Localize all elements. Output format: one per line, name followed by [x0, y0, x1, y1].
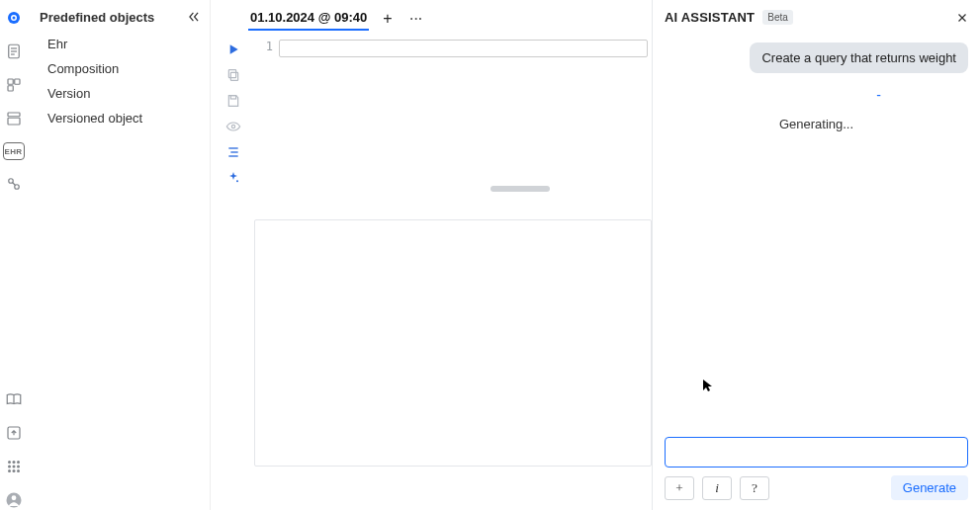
ehr-icon[interactable]: EHR [3, 142, 25, 160]
upload-icon[interactable] [4, 423, 24, 443]
svg-point-19 [17, 461, 20, 464]
chat-area: Create a query that returns weight - Gen… [665, 25, 968, 437]
doc-icon[interactable] [4, 42, 24, 61]
svg-rect-8 [14, 79, 19, 84]
query-icon[interactable] [4, 174, 24, 194]
svg-point-17 [8, 461, 11, 464]
generate-button[interactable]: Generate [891, 475, 968, 500]
help-icon: ? [752, 480, 757, 496]
logo-icon[interactable] [4, 8, 24, 28]
generating-status: Generating... [779, 117, 853, 131]
tab-active[interactable]: 01.10.2024 @ 09:40 [248, 8, 369, 31]
run-button[interactable] [223, 40, 244, 59]
visibility-button[interactable] [223, 117, 244, 136]
sidebar-item-version[interactable]: Version [40, 81, 204, 106]
svg-point-25 [17, 469, 20, 472]
svg-point-31 [231, 125, 234, 128]
assistant-header: AI ASSISTANT Beta [665, 10, 968, 25]
user-icon[interactable] [4, 490, 24, 510]
generate-label: Generate [903, 480, 956, 495]
beta-badge: Beta [762, 10, 793, 25]
line-number: 1 [249, 40, 273, 53]
scroll-thumb[interactable] [490, 186, 550, 192]
svg-point-22 [17, 466, 20, 468]
sidebar-title: Predefined objects [40, 10, 154, 25]
svg-rect-30 [230, 96, 235, 99]
assistant-info-button[interactable]: i [702, 476, 732, 500]
svg-point-23 [8, 469, 11, 472]
svg-rect-29 [228, 70, 235, 78]
save-button[interactable] [223, 91, 244, 111]
main-area: 01.10.2024 @ 09:40 + ··· [210, 0, 652, 510]
code-line[interactable] [279, 40, 648, 57]
tab-menu-button[interactable]: ··· [406, 8, 427, 30]
mouse-cursor-icon [702, 379, 714, 395]
svg-point-35 [236, 180, 238, 182]
svg-rect-28 [230, 72, 237, 80]
user-message: Create a query that returns weight [750, 42, 968, 73]
assistant-input[interactable] [665, 437, 968, 468]
tab-label: 01.10.2024 @ 09:40 [250, 10, 367, 25]
plus-icon: + [675, 480, 683, 496]
assistant-panel: AI ASSISTANT Beta Create a query that re… [652, 0, 980, 510]
svg-point-27 [11, 495, 16, 500]
editor-toolbar [219, 34, 248, 192]
collapse-sidebar-button[interactable] [184, 8, 204, 26]
ai-sparkle-button[interactable] [223, 168, 244, 188]
apps-icon[interactable] [4, 457, 24, 476]
sidebar-item-versioned-object[interactable]: Versioned object [40, 106, 204, 130]
assistant-toolbar: + i ? Generate [665, 475, 968, 500]
svg-point-24 [12, 469, 15, 472]
sidebar-item-label: Ehr [47, 37, 67, 51]
assistant-help-button[interactable]: ? [740, 476, 769, 500]
app-root: EHR Predefined objects Ehr Composition V… [0, 0, 980, 510]
assistant-add-button[interactable]: + [665, 476, 694, 500]
svg-rect-9 [8, 86, 13, 91]
sidebar: Predefined objects Ehr Composition Versi… [28, 0, 210, 510]
copy-button[interactable] [223, 65, 244, 85]
assistant-typing-indicator: - [876, 87, 881, 103]
results-panel [254, 219, 652, 467]
sidebar-header: Predefined objects [40, 8, 204, 26]
svg-point-21 [12, 466, 15, 468]
code-area[interactable]: 1 [248, 34, 652, 192]
editor-wrap: 1 [219, 34, 652, 510]
assistant-close-button[interactable] [956, 12, 968, 24]
code-lines[interactable] [279, 34, 652, 192]
tab-bar: 01.10.2024 @ 09:40 + ··· [211, 0, 652, 32]
book-icon[interactable] [4, 389, 24, 409]
sidebar-item-label: Composition [47, 61, 119, 76]
svg-rect-11 [8, 118, 20, 125]
folder-icon[interactable] [4, 109, 24, 128]
info-icon: i [715, 480, 719, 496]
svg-rect-7 [8, 79, 13, 84]
svg-point-20 [8, 466, 11, 468]
assistant-input-row: + i ? Generate [665, 437, 968, 500]
assistant-title: AI ASSISTANT [665, 10, 755, 25]
sidebar-item-ehr[interactable]: Ehr [40, 32, 204, 56]
tab-add-button[interactable]: + [379, 6, 396, 32]
sidebar-item-label: Versioned object [47, 111, 142, 126]
editor-top: 1 [219, 34, 652, 192]
schema-icon[interactable] [4, 75, 24, 95]
sidebar-item-label: Version [47, 86, 90, 101]
svg-point-2 [12, 17, 15, 20]
line-gutter: 1 [249, 34, 279, 192]
svg-line-14 [12, 183, 15, 186]
format-button[interactable] [223, 142, 244, 162]
icon-rail: EHR [0, 0, 28, 510]
svg-rect-10 [8, 113, 20, 117]
sidebar-item-composition[interactable]: Composition [40, 56, 204, 81]
svg-point-18 [12, 461, 15, 464]
